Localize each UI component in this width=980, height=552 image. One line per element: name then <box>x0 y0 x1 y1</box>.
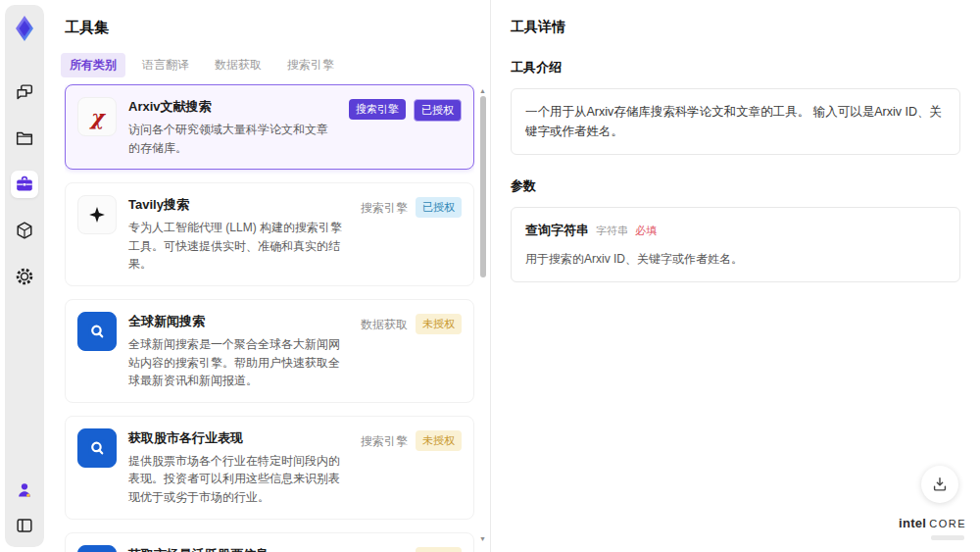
tool-list: χ Arxiv文献搜索 访问各个研究领域大量科学论文和文章的存储库。 搜索引擎 … <box>65 84 474 552</box>
tool-card[interactable]: χ 获取市场最活跃股票信息 提供当天交易量最高的股票列表。投资者可以利用这些信息… <box>65 532 474 552</box>
sparkle-icon <box>87 205 107 225</box>
scroll-up-icon[interactable]: ▲ <box>479 87 486 94</box>
tool-card[interactable]: χ Tavily搜索 专为人工智能代理 (LLM) 构建的搜索引擎工具。可快速提… <box>65 182 474 286</box>
tool-icon: χ <box>77 312 117 351</box>
tool-badges: 搜索引擎 已授权 <box>361 195 462 274</box>
tool-badges: 搜索引擎 已授权 <box>349 97 462 157</box>
gear-icon[interactable] <box>11 263 38 290</box>
brand-core-text: CORE <box>929 518 966 529</box>
page-title: 工具集 <box>49 0 490 37</box>
intro-heading: 工具介绍 <box>511 59 960 76</box>
tool-name: 获取市场最活跃股票信息 <box>128 546 349 552</box>
tool-icon: χ <box>77 428 117 468</box>
tool-name: Arxiv文献搜索 <box>128 98 337 116</box>
param-description: 用于搜索的Arxiv ID、关键字或作者姓名。 <box>525 250 946 269</box>
tool-info: 全球新闻搜索 全球新闻搜索是一个聚合全球各大新闻网站内容的搜索引擎。帮助用户快速… <box>128 312 349 390</box>
sidebar-bottom <box>11 477 38 539</box>
param-required-badge: 必填 <box>635 223 657 240</box>
folder-icon[interactable] <box>11 125 38 152</box>
cube-icon[interactable] <box>11 217 38 244</box>
category-badge: 搜索引擎 <box>361 197 408 217</box>
auth-status-badge: 未授权 <box>416 314 462 334</box>
tool-info: 获取股市各行业表现 提供股票市场各个行业在特定时间段内的表现。投资者可以利用这些… <box>128 428 349 507</box>
tool-detail-panel: 工具详情 工具介绍 一个用于从Arxiv存储库搜索科学论文和文章的工具。 输入可… <box>491 0 980 552</box>
tool-name: Tavily搜索 <box>128 196 349 214</box>
auth-status-badge: 未授权 <box>416 430 462 451</box>
tool-name: 全球新闻搜索 <box>128 313 349 330</box>
param-type: 字符串 <box>596 223 628 240</box>
tool-card[interactable]: χ Arxiv文献搜索 访问各个研究领域大量科学论文和文章的存储库。 搜索引擎 … <box>65 84 474 170</box>
scroll-down-icon[interactable]: ▼ <box>479 535 486 542</box>
app-logo-icon <box>11 14 38 43</box>
tool-icon: χ <box>77 545 117 552</box>
scrollbar-thumb[interactable] <box>480 96 486 277</box>
tab-1[interactable]: 语言翻译 <box>133 53 198 77</box>
download-icon <box>930 475 950 494</box>
app-window: 工具集 所有类别语言翻译数据获取搜索引擎 χ Arxiv文献搜索 访问各个研究领… <box>0 0 980 552</box>
tool-name: 获取股市各行业表现 <box>128 429 349 447</box>
tool-badges: 搜索引擎 未授权 <box>361 428 462 507</box>
briefcase-icon[interactable] <box>11 171 38 198</box>
tab-3[interactable]: 搜索引擎 <box>278 53 343 77</box>
search-app-icon <box>86 321 108 342</box>
tool-badges: 搜索引擎 未授权 <box>361 545 462 552</box>
brand-subtext-bar <box>931 535 964 540</box>
tool-card[interactable]: χ 全球新闻搜索 全球新闻搜索是一个聚合全球各大新闻网站内容的搜索引擎。帮助用户… <box>65 299 474 403</box>
tool-info: Arxiv文献搜索 访问各个研究领域大量科学论文和文章的存储库。 <box>128 97 337 157</box>
sidebar-nav <box>11 78 38 290</box>
tool-info: 获取市场最活跃股票信息 提供当天交易量最高的股票列表。投资者可以利用这些信息来识… <box>128 545 349 552</box>
category-badge: 搜索引擎 <box>361 430 408 450</box>
search-app-icon <box>86 437 108 459</box>
category-badge: 搜索引擎 <box>361 547 408 552</box>
tool-list-panel: 工具集 所有类别语言翻译数据获取搜索引擎 χ Arxiv文献搜索 访问各个研究领… <box>49 0 491 552</box>
category-tabs: 所有类别语言翻译数据获取搜索引擎 <box>61 53 490 77</box>
intel-core-logo: intel CORE <box>899 516 966 530</box>
brand-intel-text: intel <box>899 516 926 530</box>
category-badge: 搜索引擎 <box>349 99 406 120</box>
sidebar <box>5 5 44 547</box>
category-badge: 数据获取 <box>361 314 408 333</box>
chat-icon[interactable] <box>11 78 38 106</box>
panel-toggle-icon[interactable] <box>11 512 38 539</box>
intro-box: 一个用于从Arxiv存储库搜索科学论文和文章的工具。 输入可以是Arxiv ID… <box>511 88 960 155</box>
tool-info: Tavily搜索 专为人工智能代理 (LLM) 构建的搜索引擎工具。可快速提供实… <box>128 195 349 274</box>
param-box: 查询字符串 字符串 必填 用于搜索的Arxiv ID、关键字或作者姓名。 <box>511 207 960 282</box>
download-button[interactable] <box>921 466 958 503</box>
tool-description: 访问各个研究领域大量科学论文和文章的存储库。 <box>128 121 337 157</box>
tab-0[interactable]: 所有类别 <box>61 53 125 77</box>
auth-status-badge: 已授权 <box>416 197 462 218</box>
tab-2[interactable]: 数据获取 <box>206 53 270 77</box>
tool-icon: χ <box>77 195 117 234</box>
tool-description: 专为人工智能代理 (LLM) 构建的搜索引擎工具。可快速提供实时、准确和真实的结… <box>128 219 349 274</box>
tool-description: 全球新闻搜索是一个聚合全球各大新闻网站内容的搜索引擎。帮助用户快速获取全球最新资… <box>128 335 349 390</box>
param-name: 查询字符串 <box>525 221 589 241</box>
params-heading: 参数 <box>511 177 960 195</box>
arxiv-icon: χ <box>90 107 104 127</box>
auth-status-badge: 已授权 <box>414 99 462 122</box>
tool-badges: 数据获取 未授权 <box>361 312 462 390</box>
tool-card[interactable]: χ 获取股市各行业表现 提供股票市场各个行业在特定时间段内的表现。投资者可以利用… <box>65 416 474 520</box>
tool-description: 提供股票市场各个行业在特定时间段内的表现。投资者可以利用这些信息来识别表现优于或… <box>128 452 349 507</box>
detail-title: 工具详情 <box>511 19 960 36</box>
auth-status-badge: 未授权 <box>416 547 462 552</box>
tool-icon: χ <box>77 97 117 136</box>
user-icon[interactable] <box>11 477 38 504</box>
param-header: 查询字符串 字符串 必填 <box>525 221 946 241</box>
